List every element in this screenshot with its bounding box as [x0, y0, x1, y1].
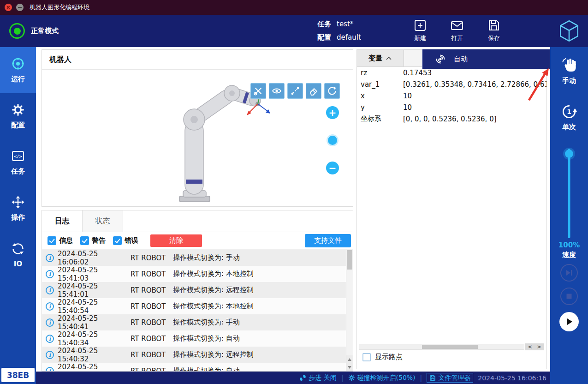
- zoom-in-button[interactable]: +: [326, 106, 339, 119]
- status-time: 2024-05-25 16:06:16: [478, 374, 546, 382]
- log-time: 2024-05-25 15:41:01: [58, 282, 131, 299]
- log-message: 操作模式切换为: 本地控制: [173, 270, 353, 278]
- warning-filter-label: 警告: [92, 236, 106, 245]
- task-value: test*: [337, 20, 353, 29]
- io-icon: [11, 242, 25, 256]
- info-icon: i: [46, 286, 54, 294]
- new-button[interactable]: 新建: [405, 18, 435, 42]
- mode-indicator: 正常模式: [9, 15, 59, 47]
- stop-icon: [565, 292, 573, 300]
- eraser-icon: [309, 86, 319, 96]
- reset-view-button[interactable]: [324, 83, 340, 99]
- var-name: var_1: [357, 80, 403, 89]
- close-icon[interactable]: [5, 4, 12, 11]
- log-entry: i 2024-05-25 15:41:01 RT ROBOT 操作模式切换为: …: [42, 282, 353, 298]
- log-list: i 2024-05-25 16:06:02 RT ROBOT 操作模式切换为: …: [42, 250, 353, 372]
- log-message: 操作模式切换为: 远程控制: [173, 350, 353, 359]
- info-icon: i: [46, 335, 54, 343]
- task-row: 任务 test*: [317, 20, 361, 29]
- left-sidebar: 运行 配置 </> 任务 操作 IO 38EB: [0, 47, 36, 384]
- separator: |: [420, 374, 422, 382]
- path-button[interactable]: [287, 83, 303, 99]
- file-manager-button[interactable]: 文件管理器: [427, 373, 473, 383]
- dropdown-item-auto[interactable]: 自动: [422, 49, 550, 69]
- step-toggle[interactable]: 步进 关闭: [299, 374, 336, 382]
- log-entry: i 2024-05-25 15:40:32 RT ROBOT 操作模式切换为: …: [42, 347, 353, 363]
- zoom-out-button[interactable]: −: [326, 162, 339, 174]
- sidebar-item-config[interactable]: 配置: [0, 93, 36, 139]
- warning-checkbox[interactable]: [80, 236, 89, 245]
- sidebar-item-task[interactable]: </> 任务: [0, 139, 36, 186]
- auto-mode-label: 自动: [454, 55, 468, 64]
- single-run-button[interactable]: 1 单次: [550, 103, 588, 132]
- scroll-right-button[interactable]: >: [535, 343, 544, 350]
- svg-text:1: 1: [567, 108, 571, 115]
- show-waypoints-checkbox[interactable]: [362, 353, 371, 361]
- right-sidebar: 手动 1 单次 100% 速度: [550, 47, 588, 384]
- log-filter-bar: 信息 警告 错误 清除 支持文件: [42, 232, 353, 250]
- log-tabs: 日志 状态: [42, 210, 353, 232]
- log-message: 操作模式切换为: 远程控制: [173, 286, 353, 294]
- clear-button[interactable]: 清除: [150, 234, 202, 247]
- collision-toggle[interactable]: 碰撞检测开启(50%): [348, 374, 416, 382]
- config-row: 配置 default: [317, 33, 361, 42]
- task-label: 任务: [317, 20, 331, 29]
- tab-status[interactable]: 状态: [83, 210, 123, 232]
- error-filter-label: 错误: [125, 236, 138, 245]
- hscroll-thumb[interactable]: [422, 345, 478, 349]
- error-checkbox[interactable]: [113, 236, 122, 245]
- skip-icon: [565, 269, 573, 277]
- variable-row: var_1 [0.3261, 0.35348, 0.73416, 2.72866…: [357, 78, 546, 90]
- play-button[interactable]: [559, 312, 579, 331]
- vscroll-thumb[interactable]: [347, 250, 352, 270]
- log-time: 2024-05-25 15:40:54: [58, 298, 131, 315]
- log-entry: i 2024-05-25 15:40:34 RT ROBOT 操作模式切换为: …: [42, 330, 353, 347]
- normal-mode-icon: [9, 23, 25, 39]
- scroll-left-button[interactable]: <: [525, 343, 535, 350]
- sidebar-item-operate[interactable]: 操作: [0, 186, 36, 232]
- tools-button[interactable]: [250, 83, 266, 99]
- speed-value: 100%: [550, 241, 588, 249]
- var-name: x: [357, 92, 403, 100]
- info-checkbox[interactable]: [48, 236, 56, 245]
- auto-mode-icon: [434, 53, 446, 65]
- support-files-button[interactable]: 支持文件: [305, 234, 351, 247]
- rotate-icon: [327, 86, 337, 96]
- save-button[interactable]: 保存: [479, 18, 509, 42]
- log-message: 操作模式切换为: 手动: [173, 253, 353, 262]
- speed-slider-thumb[interactable]: [565, 150, 573, 158]
- var-value: 0.17453: [403, 69, 546, 77]
- info-icon: i: [46, 351, 54, 359]
- log-source: RT ROBOT: [131, 302, 173, 311]
- open-button[interactable]: 打开: [442, 18, 472, 42]
- sidebar-item-run[interactable]: 运行: [0, 47, 36, 93]
- open-label: 打开: [451, 34, 463, 42]
- chevron-up-icon: [386, 56, 392, 60]
- log-entry: i 2024-05-25 15:41:03 RT ROBOT 操作模式切换为: …: [42, 266, 353, 282]
- new-label: 新建: [414, 34, 426, 42]
- app-window: 机器人图形化编程环境 正常模式 任务 test* 配置 default 新建: [0, 0, 588, 384]
- scroll-down-button[interactable]: [346, 363, 353, 371]
- tab-log[interactable]: 日志: [42, 210, 83, 232]
- log-message: 操作模式切换为: 本地控制: [173, 302, 353, 311]
- robot-panel-title: 机器人: [42, 50, 353, 70]
- run-label: 运行: [11, 75, 25, 84]
- erase-button[interactable]: [306, 83, 321, 99]
- step-over-button[interactable]: [560, 264, 578, 282]
- manual-mode-button[interactable]: 手动: [550, 57, 588, 85]
- speed-slider-track[interactable]: [568, 149, 570, 238]
- zoom-slider-thumb[interactable]: [328, 136, 337, 145]
- horizontal-scrollbar[interactable]: [359, 344, 524, 350]
- sidebar-item-io[interactable]: IO: [0, 232, 36, 278]
- var-name: y: [357, 103, 403, 112]
- stop-button[interactable]: [560, 288, 578, 305]
- vertical-scrollbar[interactable]: [346, 250, 353, 371]
- visibility-button[interactable]: [269, 83, 285, 99]
- minimize-icon[interactable]: [16, 4, 24, 11]
- header-actions: 新建 打开 保存: [405, 18, 509, 42]
- save-label: 保存: [488, 34, 500, 42]
- scroll-up-button[interactable]: [346, 355, 353, 363]
- app-logo-icon: [557, 18, 582, 43]
- save-icon: [487, 18, 501, 32]
- variables-tab[interactable]: 变量: [357, 50, 404, 66]
